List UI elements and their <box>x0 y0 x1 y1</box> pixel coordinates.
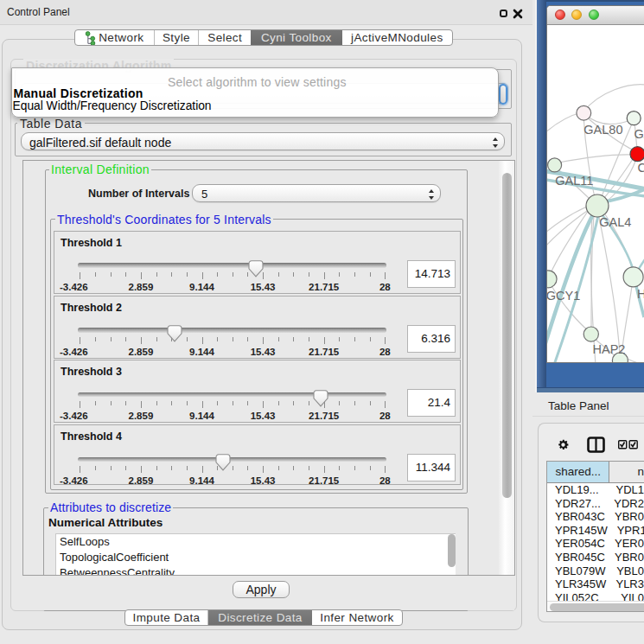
svg-text:GAL11: GAL11 <box>555 173 593 187</box>
svg-text:GAL80: GAL80 <box>583 122 622 136</box>
svg-text:GAL4: GAL4 <box>599 214 631 228</box>
svg-text:C: C <box>637 161 644 175</box>
svg-text:H: H <box>637 287 644 301</box>
svg-text:HAP2: HAP2 <box>593 342 626 356</box>
svg-text:GCY1: GCY1 <box>547 289 580 303</box>
svg-text:GA: GA <box>634 126 644 140</box>
